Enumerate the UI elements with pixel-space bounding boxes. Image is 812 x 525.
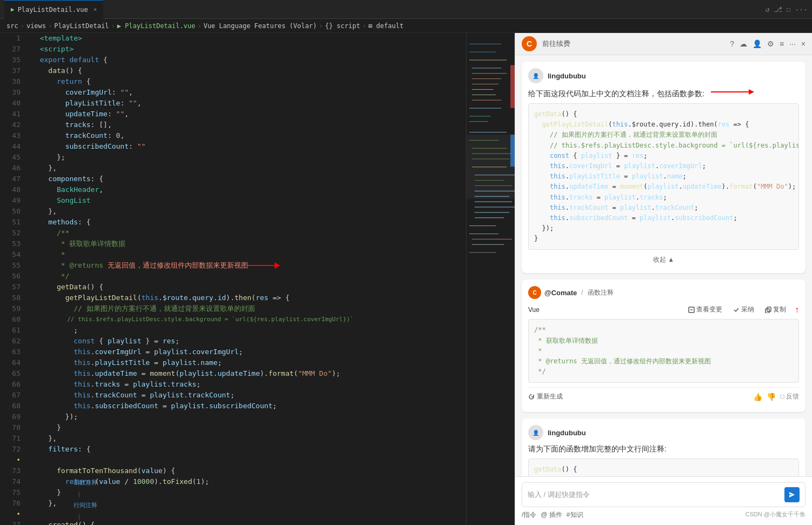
code-line-48: BackHeader, [31,184,462,195]
regenerate-button-1[interactable]: 重新生成 [528,392,563,401]
input-tags: /指令 @ 插件 #知识 CSDN @小魔女千千鱼 [522,510,806,520]
comate-logo: C [522,36,537,51]
thumbs-down-button-1[interactable]: 👎 [767,392,776,401]
svg-rect-27 [475,202,512,202]
code-line-46: }, [31,163,462,174]
history-icon[interactable]: ↺ [766,5,770,14]
copy-button-1[interactable]: 复制 [761,303,790,316]
right-panel-top-bar: C 前往续费 ? ☁ 👤 ⚙ ≡ ··· × [515,33,812,55]
knowledge-tag[interactable]: #知识 [567,510,583,520]
code-line-57: getData() { [31,282,462,293]
tab-close-button[interactable]: × [94,6,97,13]
footer-credit: CSDN @小魔女千千鱼 [746,510,806,520]
code-line-67: this.trackCount = playlist.trackCount; [31,390,462,401]
svg-rect-33 [472,239,512,240]
plugin-tag[interactable]: @ 插件 [541,510,562,520]
svg-rect-37 [510,65,515,108]
code-line-71: }, [31,433,462,444]
code-line-51: methods: { [31,217,462,228]
code-line-39: coverImgUrl: "", [31,87,462,98]
cloud-icon[interactable]: ☁ [740,39,747,48]
adopt-button-1[interactable]: 采纳 [729,303,758,316]
code-line-53: * 获取歌单详情数据 [31,238,462,249]
code-line-58: getPlayListDetail(this.$route.query.id).… [31,293,462,303]
code-line-75: } [31,487,462,498]
breadcrumb-src[interactable]: src [6,22,18,30]
command-tag[interactable]: /指令 [522,510,536,520]
svg-rect-15 [469,121,488,122]
breadcrumb-file[interactable]: ▶ PlayListDetail.vue [117,22,196,30]
svg-rect-31 [469,225,496,226]
ai-code-1: /** * 获取歌单详情数据 * * @returns 无返回值，通过修改组件内… [528,319,799,383]
svg-rect-13 [469,108,501,109]
more-options-icon[interactable]: ··· [789,39,796,48]
code-line-55: * @returns 无返回值，通过修改组件内部数据来更新视图 [31,260,462,271]
svg-rect-35 [469,252,496,253]
menu-icon[interactable]: ≡ [780,39,784,48]
main-layout: 1 27 35 37 38 39 40 41 42 43 44 45 46 47… [0,33,812,525]
svg-rect-9 [472,84,498,84]
code-line-73: formatToTenThousand(value) { [31,466,462,476]
top-bar-icons: ? ☁ 👤 ⚙ ≡ ··· × [730,39,806,48]
split-icon[interactable]: ☐ [787,5,791,14]
code-line-64: this.playListTitle = playlist.name; [31,357,462,368]
input-box: 输入 / 调起快捷指令 [522,482,806,507]
view-changes-button-1[interactable]: 查看变更 [684,303,727,316]
editor-tab[interactable]: ▶ PlayListDetail.vue × [4,0,103,19]
close-panel-icon[interactable]: × [801,39,806,48]
chat-area: 👤 lingdububu 给下面这段代码加上中文的文档注释，包括函数参数: ge… [515,55,812,476]
ai-name-1: @Comate [544,289,577,297]
breadcrumb-script: {} script [325,22,360,30]
code-line-44: subscribedCount: "" [31,141,462,152]
username-1: lingdububu [548,72,586,80]
code-line-60: // this.$refs.playListDesc.style.backgro… [31,314,462,325]
code-line-52: /** [31,228,462,238]
code-line-1: <template> [31,33,462,44]
code-line-action-2: 函数注释 | 行间注释 | 代码解释 | 调优建议 [31,509,462,520]
thumbs-up-button-1[interactable]: 👍 [753,392,762,401]
user-question-1: 给下面这段代码加上中文的文档注释，包括函数参数: [528,88,799,99]
svg-rect-8 [472,78,501,79]
svg-rect-29 [475,212,509,212]
svg-marker-1 [275,262,280,269]
code-lang-1: Vue [528,306,682,314]
code-content: <template> <script> export default { dat… [27,33,466,525]
user-avatar-1: 👤 [528,68,543,83]
user-message-1: 👤 lingdububu 给下面这段代码加上中文的文档注释，包括函数参数: ge… [522,62,806,273]
code-line-68: this.subscribedCount = playlist.subscrib… [31,401,462,411]
renew-link[interactable]: 前往续费 [542,39,570,49]
svg-rect-5 [469,60,507,61]
code-line-63: this.coverImgUrl = playlist.coverImgUrl; [31,347,462,357]
chat-input-area: 输入 / 调起快捷指令 /指令 @ 插件 #知识 CSDN @小魔女千千鱼 [515,476,812,525]
collapse-button[interactable]: 收起 ▲ [528,253,799,267]
red-arrow-buttons: ↑ [795,305,799,315]
code-line-action-1: 函数注释 | 行间注释 | 代码解释 | 调优建议 [31,455,462,466]
code-line-49: SongList [31,195,462,206]
svg-rect-7 [472,73,507,74]
minimap [466,33,515,525]
person-icon[interactable]: 👤 [753,39,762,48]
report-button-1[interactable]: □ 反馈 [780,392,799,401]
code-line-42: tracks: [], [31,119,462,130]
svg-rect-36 [467,135,515,199]
code-line-61: ; [31,325,462,336]
regenerate-row-1: 重新生成 👍 👎 □ 反馈 [528,387,799,406]
more-icon[interactable]: ··· [795,5,808,14]
settings-icon[interactable]: ⚙ [767,39,774,48]
user-question-2: 请为下面的函数增加完整的中文行间注释: [528,444,799,454]
breadcrumb-folder[interactable]: PlayListDetail [54,22,109,30]
code-line-47: components: { [31,174,462,184]
ai-action-label-1: 函数注释 [588,288,614,297]
right-panel: C 前往续费 ? ☁ 👤 ⚙ ≡ ··· × 👤 lingdububu [515,33,812,525]
svg-rect-34 [472,244,504,245]
feedback-buttons-1: 👍 👎 □ 反馈 [753,392,799,401]
breadcrumb-views[interactable]: views [26,22,46,30]
code-editor[interactable]: 1 27 35 37 38 39 40 41 42 43 44 45 46 47… [0,33,466,525]
code-line-62: const { playlist } = res; [31,336,462,347]
branch-icon[interactable]: ⎇ [774,5,782,14]
code-line-40: playListTitle: "", [31,98,462,109]
code-line-41: updateTime: "", [31,109,462,119]
help-icon[interactable]: ? [730,39,734,48]
red-arrow-1 [711,88,754,96]
send-button[interactable] [784,487,800,502]
